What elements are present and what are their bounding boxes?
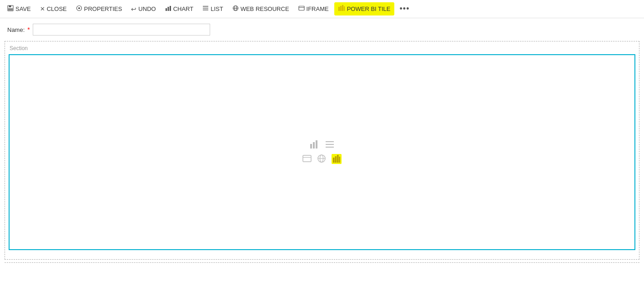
- chart-icon: [165, 5, 171, 13]
- iframe-icon: [298, 5, 305, 13]
- close-icon: ✕: [40, 5, 45, 12]
- required-marker: *: [27, 26, 30, 33]
- list-button[interactable]: LIST: [199, 3, 226, 15]
- name-input[interactable]: [33, 24, 210, 36]
- undo-button[interactable]: ↩ UNDO: [127, 3, 159, 15]
- name-row: Name: *: [0, 18, 644, 41]
- more-label: •••: [400, 4, 410, 14]
- properties-label: PROPERTIES: [84, 5, 122, 12]
- icon-row-2: [302, 154, 342, 165]
- web-resource-label: WEB RESOURCE: [241, 5, 289, 12]
- iframe-button[interactable]: IFRAME: [295, 3, 332, 15]
- web-center-icon: [317, 154, 326, 165]
- properties-button[interactable]: PROPERTIES: [72, 3, 126, 15]
- web-resource-icon: [232, 5, 239, 13]
- list-icon: [202, 5, 209, 13]
- icon-row-1: [309, 139, 335, 152]
- bottom-separator: [5, 262, 639, 263]
- center-icons-cluster: [302, 139, 342, 165]
- svg-rect-23: [326, 141, 334, 142]
- svg-rect-8: [203, 6, 208, 7]
- svg-rect-19: [344, 6, 345, 11]
- svg-rect-17: [340, 6, 342, 11]
- properties-icon: [76, 5, 82, 13]
- close-label: CLOSE: [47, 5, 67, 12]
- power-bi-center-icon: [332, 154, 342, 165]
- close-button[interactable]: ✕ CLOSE: [36, 3, 70, 15]
- more-button[interactable]: •••: [396, 2, 413, 16]
- iframe-center-icon: [302, 154, 312, 165]
- svg-rect-7: [170, 6, 171, 11]
- section-label: Section: [9, 45, 635, 51]
- list-center-icon: [325, 139, 335, 152]
- svg-rect-2: [8, 8, 13, 10]
- svg-rect-33: [335, 156, 337, 163]
- svg-rect-35: [339, 157, 341, 163]
- web-resource-button[interactable]: WEB RESOURCE: [229, 3, 293, 15]
- save-label: SAVE: [15, 5, 31, 12]
- chart-button[interactable]: CHART: [161, 3, 197, 15]
- save-icon: [7, 5, 14, 13]
- iframe-label: IFRAME: [307, 5, 329, 12]
- svg-rect-32: [333, 158, 335, 163]
- svg-rect-1: [9, 5, 11, 7]
- svg-rect-24: [326, 144, 334, 145]
- name-field-label: Name:: [7, 26, 25, 33]
- power-bi-icon: [338, 5, 345, 13]
- svg-rect-5: [166, 8, 167, 11]
- svg-rect-21: [313, 142, 315, 149]
- toolbar: SAVE ✕ CLOSE PROPERTIES ↩ UNDO CHART: [0, 0, 644, 18]
- svg-rect-25: [326, 147, 334, 148]
- svg-rect-16: [338, 7, 340, 11]
- section-container: Section: [5, 41, 639, 260]
- svg-rect-10: [203, 10, 208, 10]
- svg-point-4: [78, 7, 80, 9]
- svg-rect-20: [310, 144, 312, 149]
- undo-icon: ↩: [131, 5, 136, 13]
- save-button[interactable]: SAVE: [4, 3, 35, 15]
- svg-rect-26: [303, 155, 311, 162]
- chart-label: CHART: [173, 5, 194, 12]
- power-bi-tile-button[interactable]: POWER BI TILE: [334, 2, 394, 15]
- undo-label: UNDO: [138, 5, 156, 12]
- svg-rect-14: [299, 6, 304, 10]
- svg-rect-18: [342, 5, 343, 11]
- svg-rect-9: [203, 8, 208, 9]
- power-bi-tile-label: POWER BI TILE: [347, 5, 391, 12]
- canvas-area: [9, 54, 635, 250]
- list-label: LIST: [211, 5, 223, 12]
- svg-rect-6: [167, 7, 169, 11]
- chart-center-icon: [309, 139, 319, 152]
- svg-rect-22: [316, 140, 317, 149]
- svg-rect-34: [337, 155, 339, 163]
